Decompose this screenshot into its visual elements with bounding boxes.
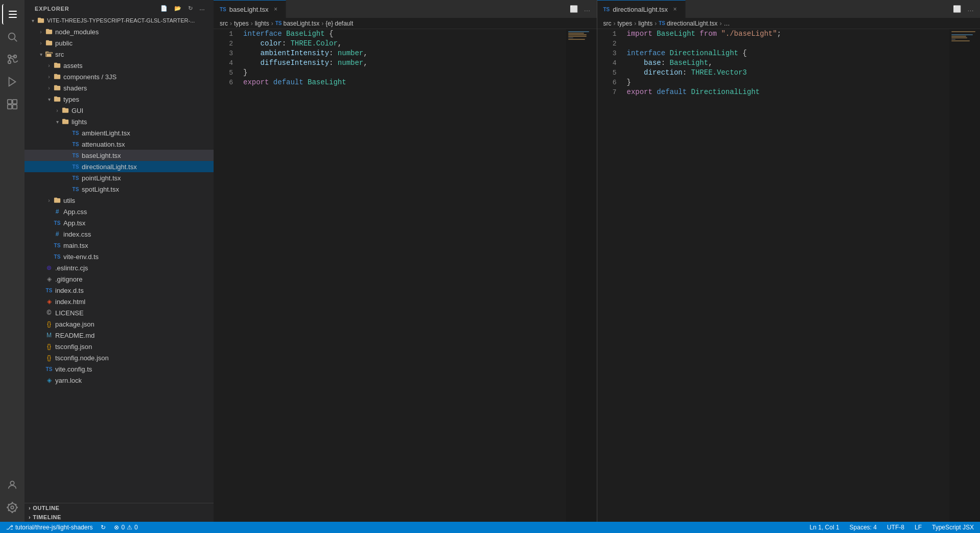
sidebar-item-attenuation[interactable]: › TS attenuation.tsx xyxy=(25,138,214,150)
git-icon: ◈ xyxy=(45,275,53,283)
sidebar-item-yarn-lock[interactable]: › ◈ yarn.lock xyxy=(25,375,214,386)
project-root[interactable]: ▾ VITE-THREEJS-TYPESCRIPT-REACT-GLSL-STA… xyxy=(25,15,214,26)
status-sync[interactable]: ↻ xyxy=(99,524,108,531)
sidebar-label-index-css: index.css xyxy=(63,230,214,238)
status-encoding[interactable]: UTF-8 xyxy=(885,524,906,531)
sidebar-header-actions: 📄 📂 ↻ … xyxy=(158,4,207,13)
sidebar-item-directional-light[interactable]: › TS directionalLight.tsx xyxy=(25,161,214,172)
breadcrumb-lights2[interactable]: lights xyxy=(638,20,652,27)
refresh-icon[interactable]: ↻ xyxy=(186,4,195,13)
right-code-content[interactable]: import BaseLight from "./baseLight"; int… xyxy=(623,29,950,522)
activity-settings[interactable] xyxy=(2,497,22,518)
sidebar-item-types[interactable]: ▾ types xyxy=(25,94,214,105)
line-num-5: 5 xyxy=(214,68,233,78)
sidebar-item-tsconfig-node[interactable]: › {} tsconfig.node.json xyxy=(25,352,214,363)
sidebar-item-index-html[interactable]: › ◈ index.html xyxy=(25,296,214,307)
sidebar-label-vite-config: vite.config.ts xyxy=(55,365,214,373)
sidebar-item-node-modules[interactable]: › node_modules xyxy=(25,26,214,37)
left-code-editor[interactable]: 1 2 3 4 5 6 interface BaseLight { color:… xyxy=(214,29,597,522)
sidebar-item-vite-config[interactable]: › TS vite.config.ts xyxy=(25,363,214,375)
activity-source-control[interactable] xyxy=(2,49,22,69)
breadcrumb-types[interactable]: types xyxy=(234,20,249,27)
right-code-editor[interactable]: 1 2 3 4 5 6 7 import BaseLight from "./b… xyxy=(597,29,981,522)
timeline-section[interactable]: › TIMELINE xyxy=(25,513,214,522)
sidebar-item-readme[interactable]: › M README.md xyxy=(25,330,214,341)
breadcrumb-src[interactable]: src xyxy=(220,20,228,27)
sidebar-label-spot-light: spotLight.tsx xyxy=(82,186,214,193)
outline-section[interactable]: › OUTLINE xyxy=(25,503,214,513)
line-num-r7: 7 xyxy=(597,87,617,97)
more-actions-icon[interactable]: … xyxy=(965,4,976,14)
ts-file-icon: TS xyxy=(72,163,80,171)
tab-base-light[interactable]: TS baseLight.tsx × xyxy=(214,0,286,18)
new-file-icon[interactable]: 📄 xyxy=(158,4,170,13)
activity-search[interactable] xyxy=(2,27,22,47)
breadcrumb-src2[interactable]: src xyxy=(603,20,612,27)
sidebar-item-src[interactable]: ▾ src xyxy=(25,49,214,60)
ts-file-icon: TS xyxy=(53,219,61,227)
activity-account[interactable] xyxy=(2,475,22,495)
language-label: TypeScript JSX xyxy=(932,524,974,531)
sidebar-label-gitignore: .gitignore xyxy=(55,275,214,283)
status-branch[interactable]: ⎇ tutorial/three-js/light-shaders xyxy=(4,524,95,531)
branch-label: tutorial/three-js/light-shaders xyxy=(15,524,92,531)
status-language[interactable]: TypeScript JSX xyxy=(930,524,976,531)
sidebar-item-public[interactable]: › public xyxy=(25,37,214,49)
tab-close-directional-light[interactable]: × xyxy=(671,5,679,13)
sidebar-item-eslintrc[interactable]: › ⊛ .eslintrc.cjs xyxy=(25,262,214,273)
status-spaces[interactable]: Spaces: 4 xyxy=(848,524,879,531)
sidebar-item-index-css[interactable]: › # index.css xyxy=(25,228,214,240)
sidebar-item-ambient-light[interactable]: › TS ambientLight.tsx xyxy=(25,127,214,138)
activity-explorer[interactable] xyxy=(2,4,22,25)
tab-close-base-light[interactable]: × xyxy=(271,5,279,13)
sidebar-item-shaders[interactable]: › shaders xyxy=(25,82,214,94)
sidebar-item-point-light[interactable]: › TS pointLight.tsx xyxy=(25,172,214,183)
sidebar-item-components[interactable]: › components / 3JS xyxy=(25,71,214,82)
folder-icon xyxy=(53,73,61,81)
sidebar-item-base-light[interactable]: › TS baseLight.tsx xyxy=(25,150,214,161)
sidebar-title: EXPLORER xyxy=(35,6,69,12)
sidebar-item-assets[interactable]: › assets xyxy=(25,60,214,71)
sidebar-item-lights[interactable]: ▾ lights xyxy=(25,116,214,127)
sidebar-item-package-json[interactable]: › {} package.json xyxy=(25,318,214,330)
sidebar-item-gui[interactable]: › GUI xyxy=(25,105,214,116)
more-actions-icon[interactable]: … xyxy=(582,4,593,14)
sidebar-item-app-tsx[interactable]: › TS App.tsx xyxy=(25,217,214,228)
tab-directional-light[interactable]: TS directionalLight.tsx × xyxy=(597,0,686,18)
left-code-content[interactable]: interface BaseLight { color: THREE.Color… xyxy=(239,29,566,522)
sidebar-label-directional-light: directionalLight.tsx xyxy=(82,163,214,171)
sidebar-item-main-tsx[interactable]: › TS main.tsx xyxy=(25,240,214,251)
status-ln-col[interactable]: Ln 1, Col 1 xyxy=(808,524,842,531)
collapse-icon[interactable]: … xyxy=(197,4,207,13)
sidebar-item-vite-env[interactable]: › TS vite-env.d.ts xyxy=(25,251,214,262)
status-errors[interactable]: ⊗ 0 ⚠ 0 xyxy=(112,524,139,531)
sidebar-item-gitignore[interactable]: › ◈ .gitignore xyxy=(25,273,214,285)
status-bar-left: ⎇ tutorial/three-js/light-shaders ↻ ⊗ 0 … xyxy=(4,524,140,531)
breadcrumb-lights[interactable]: lights xyxy=(255,20,269,27)
breadcrumb-file[interactable]: TS baseLight.tsx xyxy=(275,20,320,27)
ln-col-label: Ln 1, Col 1 xyxy=(810,524,839,531)
left-editor-tabs: TS baseLight.tsx × ⬜ … xyxy=(214,0,597,18)
sidebar-item-index-dts[interactable]: › TS index.d.ts xyxy=(25,285,214,296)
split-editor-icon[interactable]: ⬜ xyxy=(568,4,580,14)
breadcrumb-types2[interactable]: types xyxy=(618,20,633,27)
ts-file-icon: TS xyxy=(53,241,61,249)
activity-run-debug[interactable] xyxy=(2,72,22,92)
sidebar-item-app-css[interactable]: › # App.css xyxy=(25,206,214,217)
sidebar-item-spot-light[interactable]: › TS spotLight.tsx xyxy=(25,183,214,195)
split-editor-icon[interactable]: ⬜ xyxy=(951,4,963,14)
sidebar-label-readme: README.md xyxy=(55,332,214,339)
sidebar-label-assets: assets xyxy=(63,62,214,69)
right-breadcrumb: src › types › lights › TS directionalLig… xyxy=(597,18,981,29)
sidebar-item-tsconfig[interactable]: › {} tsconfig.json xyxy=(25,341,214,352)
status-line-ending[interactable]: LF xyxy=(913,524,924,531)
chevron-right-icon: › xyxy=(45,84,53,92)
new-folder-icon[interactable]: 📂 xyxy=(172,4,184,13)
line-num-r6: 6 xyxy=(597,78,617,87)
breadcrumb-sep3: › xyxy=(271,20,273,27)
breadcrumb-file2[interactable]: TS directionalLight.tsx xyxy=(659,20,717,27)
folder-icon xyxy=(45,28,53,36)
sidebar-item-utils[interactable]: › utils xyxy=(25,195,214,206)
sidebar-item-license[interactable]: › © LICENSE xyxy=(25,307,214,318)
activity-extensions[interactable] xyxy=(2,94,22,114)
